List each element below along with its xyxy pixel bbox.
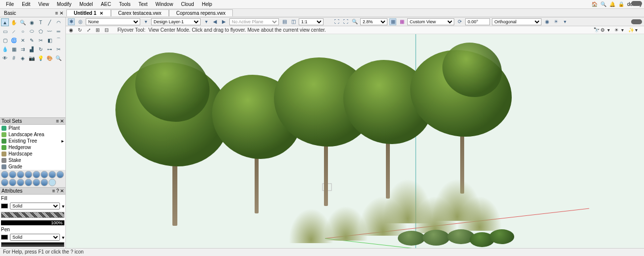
layer-vis-icon[interactable]: ▾: [203, 18, 210, 25]
fill-color-swatch[interactable]: [1, 204, 8, 208]
toolset-grade[interactable]: Grade: [0, 163, 65, 170]
toolset-quick-7[interactable]: [49, 171, 56, 178]
tool-sets-header[interactable]: Tool Sets ≡ ✕: [0, 117, 65, 125]
tab-carex[interactable]: Carex testacea.vwx: [111, 9, 169, 16]
attr-map-tool[interactable]: ▦: [10, 45, 18, 53]
toolset-hedgerow[interactable]: Hedgerow: [0, 144, 65, 151]
pan-tool[interactable]: ✋: [10, 18, 18, 26]
plant-grass[interactable]: [457, 196, 502, 231]
double-line-tool[interactable]: ═: [54, 27, 62, 35]
walkthrough-icon[interactable]: 🔭: [593, 27, 599, 33]
toolset-quick-5[interactable]: [33, 171, 40, 178]
render-dropdown-icon[interactable]: ▾: [607, 27, 613, 33]
spiral-tool[interactable]: 🌀: [10, 36, 18, 44]
menu-window[interactable]: Window: [152, 1, 177, 7]
zoom-out-icon[interactable]: 🔍: [351, 18, 358, 25]
fit-page-icon[interactable]: ⛶: [333, 18, 340, 25]
fill-mode-select[interactable]: Solid: [10, 203, 60, 209]
toolset-quick-2[interactable]: [9, 171, 16, 178]
mode-5-icon[interactable]: ⊟: [105, 27, 110, 33]
wand-dropdown-icon[interactable]: ▾: [635, 27, 641, 33]
wand-icon[interactable]: ✨: [628, 27, 634, 33]
menu-modify[interactable]: Modify: [53, 1, 75, 7]
stack-order-icon[interactable]: ▤: [281, 18, 288, 25]
lock-icon[interactable]: 🔒: [618, 1, 624, 7]
plane-dropdown[interactable]: No Active Plane: [229, 18, 279, 25]
fit-objects-icon[interactable]: ⛶: [342, 18, 349, 25]
toolset-quick-11[interactable]: [17, 179, 24, 186]
window-control[interactable]: [631, 1, 642, 6]
toolset-quick-9[interactable]: [1, 179, 8, 186]
circle-tool[interactable]: ○: [19, 27, 27, 35]
toolset-quick-4[interactable]: [25, 171, 32, 178]
menu-file[interactable]: File: [2, 1, 18, 7]
tab-untitled[interactable]: Untitled 1✕: [66, 9, 111, 16]
grid-icon[interactable]: ▦: [389, 18, 396, 25]
toolset-quick-8[interactable]: [56, 171, 64, 178]
text-tool[interactable]: T: [37, 18, 45, 26]
drawing-viewport[interactable]: [66, 34, 644, 248]
menu-model[interactable]: Model: [75, 1, 97, 7]
class-dropdown[interactable]: None: [86, 18, 140, 25]
toolset-plant[interactable]: Plant: [0, 125, 65, 131]
plane-next-icon[interactable]: ▶: [220, 18, 227, 25]
unified-view-icon[interactable]: ◫: [290, 18, 297, 25]
pen-mode-select[interactable]: Solid: [10, 234, 60, 241]
rect-tool[interactable]: ▭: [1, 27, 9, 35]
zoom-dropdown[interactable]: 2.8%: [360, 18, 387, 25]
close-tab-icon[interactable]: ✕: [100, 11, 104, 16]
panel-close-icon[interactable]: ✕: [60, 118, 64, 124]
class-vis-icon[interactable]: ▾: [142, 18, 149, 25]
panel-menu-icon[interactable]: ≡: [56, 118, 59, 124]
menu-text[interactable]: Text: [134, 1, 151, 7]
multiview-icon[interactable]: ▦: [398, 18, 405, 25]
toolset-hardscape[interactable]: Hardscape: [0, 151, 65, 157]
selection-tool[interactable]: ▲: [1, 18, 9, 26]
toolset-quick-6[interactable]: [41, 171, 48, 178]
plant-shrub[interactable]: [423, 230, 450, 246]
mode-1-icon[interactable]: ◉: [69, 27, 75, 33]
render-settings-icon[interactable]: ⚙: [600, 27, 606, 33]
shadow-icon[interactable]: ▾: [561, 18, 568, 25]
mode-4-icon[interactable]: ⊞: [96, 27, 102, 33]
attributes-header[interactable]: Attributes ≡ ? ✕: [0, 187, 65, 195]
split-tool[interactable]: ✂: [37, 36, 45, 44]
attr-close-icon[interactable]: ✕: [60, 188, 64, 194]
menu-cloud[interactable]: Cloud: [177, 1, 198, 7]
display-icon[interactable]: ☀: [614, 27, 620, 33]
menu-view[interactable]: View: [34, 1, 53, 7]
symbol-tool[interactable]: ◈: [19, 54, 27, 62]
palette-collapse-icon[interactable]: ≡ ✕: [55, 10, 66, 16]
toolset-stake[interactable]: Stake: [0, 157, 65, 163]
menu-help[interactable]: Help: [198, 1, 216, 7]
render-mode-icon[interactable]: ◉: [543, 18, 550, 25]
menu-aec[interactable]: AEC: [97, 1, 115, 7]
line-tool[interactable]: ╱: [46, 18, 54, 26]
mode-2-icon[interactable]: ↻: [78, 27, 84, 33]
rounded-rect-tool[interactable]: ▢: [1, 36, 9, 44]
attr-pin-icon[interactable]: ?: [56, 188, 59, 194]
offset-tool[interactable]: ⇉: [19, 45, 27, 53]
connect-tool[interactable]: ⊶: [46, 45, 54, 53]
snap-loupe-icon[interactable]: ◎: [77, 18, 84, 25]
toolset-existing-tree[interactable]: Existing Tree▸: [0, 138, 65, 144]
polyline-tool[interactable]: ⟋: [10, 27, 18, 35]
display-dropdown-icon[interactable]: ▾: [621, 27, 627, 33]
tab-coprosma[interactable]: Coprosma repens.vwx: [169, 9, 233, 16]
mirror-tool[interactable]: ▟: [28, 45, 36, 53]
pen-color-swatch[interactable]: [1, 235, 8, 240]
lighting-icon[interactable]: ☀: [552, 18, 559, 25]
toolset-quick-1[interactable]: [1, 171, 8, 178]
search-icon[interactable]: 🔍: [600, 1, 606, 7]
home-icon[interactable]: 🏠: [591, 1, 597, 7]
toolset-quick-12[interactable]: [25, 179, 32, 186]
zoom-loupe-tool[interactable]: 🔍: [54, 54, 62, 62]
trim-tool[interactable]: ✂: [54, 45, 62, 53]
menu-tools[interactable]: Tools: [115, 1, 134, 7]
toolset-quick-10[interactable]: [9, 179, 16, 186]
light-tool[interactable]: 💡: [37, 54, 45, 62]
flyover-tool[interactable]: ◉: [28, 18, 36, 26]
plant-shrub[interactable]: [398, 231, 425, 246]
plane-prev-icon[interactable]: ◀: [212, 18, 218, 25]
clip-tool[interactable]: ◧: [46, 36, 54, 44]
